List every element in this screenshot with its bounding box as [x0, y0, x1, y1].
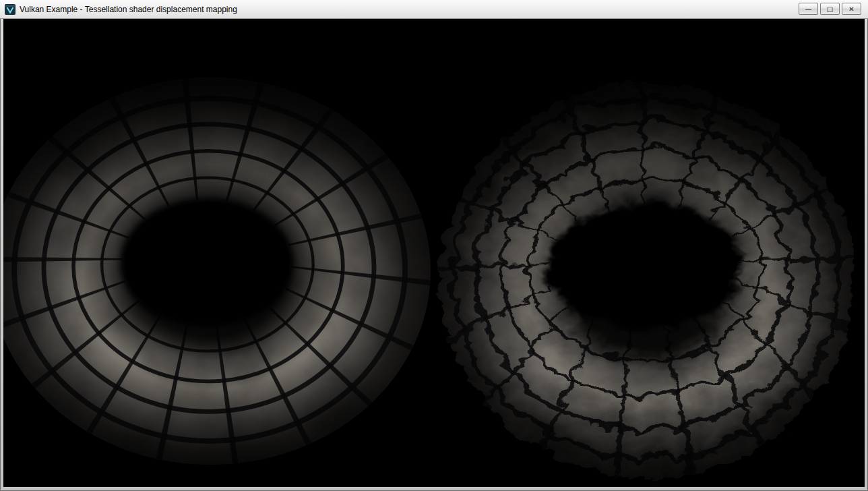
app-window: Vulkan Example - Tessellation shader dis…	[0, 0, 868, 491]
close-button[interactable]: ✕	[842, 3, 861, 15]
render-viewport[interactable]	[3, 19, 865, 487]
maximize-button[interactable]: □	[820, 3, 840, 15]
app-icon[interactable]	[5, 4, 16, 15]
vulkan-icon	[5, 4, 16, 15]
window-title: Vulkan Example - Tessellation shader dis…	[20, 5, 237, 14]
minimize-button[interactable]: —	[799, 3, 818, 15]
torus-right-object	[437, 80, 850, 475]
titlebar[interactable]: Vulkan Example - Tessellation shader dis…	[0, 0, 868, 19]
torus-left-object	[3, 78, 431, 465]
scene-canvas[interactable]	[3, 19, 865, 487]
window-controls: — □ ✕	[799, 3, 861, 15]
